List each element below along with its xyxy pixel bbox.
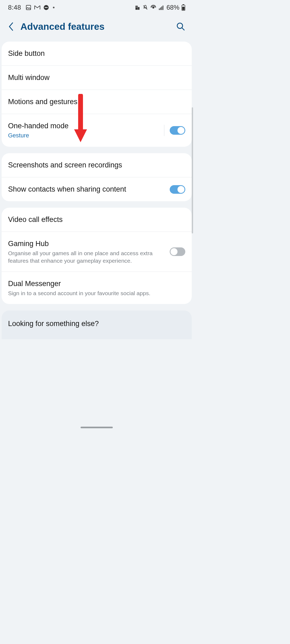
toggle-one-handed-mode[interactable] [170, 126, 185, 135]
svg-rect-6 [137, 6, 137, 7]
svg-rect-13 [163, 5, 164, 10]
row-label: Motions and gestures [8, 97, 185, 107]
settings-group: Side button Multi window Motions and ges… [2, 42, 192, 147]
status-time: 8:48 [8, 4, 21, 11]
row-label: Side button [8, 49, 185, 58]
gmail-icon [34, 5, 41, 10]
suggestions-title: Looking for something else? [8, 319, 185, 328]
suggestions-card: Looking for something else? [2, 310, 192, 339]
settings-row-motions-gestures[interactable]: Motions and gestures [2, 90, 192, 114]
settings-row-gaming-hub[interactable]: Gaming Hub Organise all your games all i… [2, 232, 192, 272]
svg-rect-11 [160, 8, 161, 10]
page-title: Advanced features [20, 21, 170, 32]
search-button[interactable] [176, 22, 185, 31]
back-button[interactable] [8, 22, 15, 31]
svg-rect-0 [26, 5, 31, 10]
svg-rect-10 [159, 8, 160, 10]
row-label: Gaming Hub [8, 239, 165, 248]
row-label: Show contacts when sharing content [8, 185, 165, 194]
picture-icon [26, 5, 31, 10]
settings-group: Video call effects Gaming Hub Organise a… [2, 208, 192, 304]
settings-row-screenshots[interactable]: Screenshots and screen recordings [2, 153, 192, 177]
svg-point-9 [153, 7, 154, 8]
navigation-handle[interactable] [81, 427, 113, 428]
toggle-show-contacts[interactable] [170, 185, 185, 194]
svg-rect-4 [138, 7, 140, 10]
settings-row-side-button[interactable]: Side button [2, 42, 192, 65]
status-bar: 8:48 68% [0, 0, 193, 15]
page-header: Advanced features [0, 15, 193, 42]
row-label: Dual Messenger [8, 279, 185, 288]
row-subtext: Gesture [8, 132, 158, 140]
svg-rect-8 [137, 7, 137, 8]
suggestions-heading-row[interactable]: Looking for something else? [2, 310, 192, 328]
scrollbar[interactable] [192, 107, 193, 233]
row-label: Multi window [8, 73, 185, 82]
settings-row-multi-window[interactable]: Multi window [2, 65, 192, 90]
row-subtext: Sign in to a second account in your favo… [8, 290, 185, 297]
svg-rect-2 [45, 7, 48, 8]
signal-icon [158, 5, 164, 10]
toggle-gaming-hub[interactable] [170, 247, 185, 256]
settings-row-dual-messenger[interactable]: Dual Messenger Sign in to a second accou… [2, 272, 192, 304]
svg-rect-16 [182, 7, 185, 10]
settings-row-video-call-effects[interactable]: Video call effects [2, 208, 192, 232]
settings-group: Screenshots and screen recordings Show c… [2, 153, 192, 201]
buildings-icon [135, 5, 140, 10]
svg-rect-3 [135, 6, 137, 10]
svg-rect-12 [161, 6, 162, 10]
row-label: One-handed mode [8, 121, 158, 131]
settings-row-show-contacts[interactable]: Show contacts when sharing content [2, 177, 192, 201]
settings-content: Side button Multi window Motions and ges… [0, 42, 193, 339]
more-notifications-icon [53, 7, 55, 8]
row-label: Video call effects [8, 215, 185, 224]
row-label: Screenshots and screen recordings [8, 160, 185, 170]
vibrate-icon [142, 5, 148, 10]
svg-rect-5 [136, 6, 136, 7]
settings-row-one-handed-mode[interactable]: One-handed mode Gesture [2, 114, 192, 147]
dnd-icon [43, 5, 49, 10]
battery-icon [182, 4, 185, 11]
hotspot-icon [150, 5, 156, 10]
svg-rect-7 [136, 7, 136, 8]
vertical-separator [164, 125, 164, 136]
status-battery-pct: 68% [166, 4, 179, 11]
row-subtext: Organise all your games all in one place… [8, 250, 165, 264]
